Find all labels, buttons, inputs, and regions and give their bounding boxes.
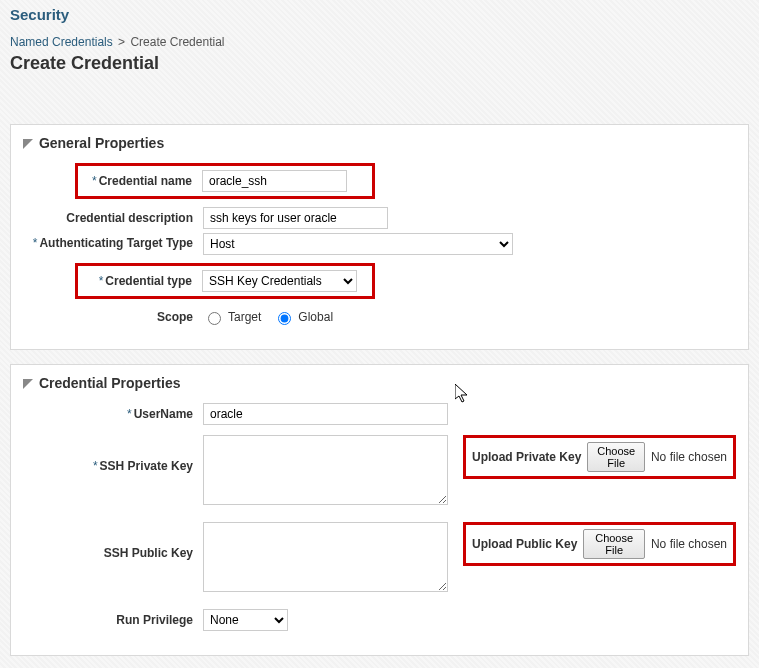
credential-type-label: *Credential type: [82, 274, 202, 288]
run-privilege-select[interactable]: None: [203, 609, 288, 631]
upload-public-key-highlight: Upload Public Key Choose File No file ch…: [463, 522, 736, 566]
username-input[interactable]: [203, 403, 448, 425]
upload-private-key-label: Upload Private Key: [472, 450, 581, 464]
credential-name-highlight: *Credential name: [75, 163, 375, 199]
credential-description-label: Credential description: [23, 211, 203, 225]
security-heading: Security: [10, 6, 749, 23]
credential-name-label: *Credential name: [82, 174, 202, 188]
svg-marker-0: [23, 139, 33, 149]
upload-private-key-highlight: Upload Private Key Choose File No file c…: [463, 435, 736, 479]
breadcrumb-separator: >: [118, 35, 125, 49]
general-properties-header[interactable]: General Properties: [23, 135, 736, 151]
ssh-private-key-textarea[interactable]: [203, 435, 448, 505]
auth-target-type-label: *Authenticating Target Type: [23, 237, 203, 250]
credential-name-input[interactable]: [202, 170, 347, 192]
choose-file-private-button[interactable]: Choose File: [587, 442, 645, 472]
private-key-file-status: No file chosen: [651, 450, 727, 464]
credential-description-input[interactable]: [203, 207, 388, 229]
credential-type-highlight: *Credential type SSH Key Credentials: [75, 263, 375, 299]
username-label: *UserName: [23, 407, 203, 421]
general-properties-panel: General Properties *Credential name Cred…: [10, 124, 749, 350]
auth-target-type-select[interactable]: Host: [203, 233, 513, 255]
credential-properties-panel: Credential Properties *UserName *SSH Pri…: [10, 364, 749, 656]
breadcrumb-current: Create Credential: [130, 35, 224, 49]
run-privilege-label: Run Privilege: [23, 613, 203, 627]
page-title: Create Credential: [10, 53, 749, 74]
ssh-private-key-label: *SSH Private Key: [23, 435, 203, 473]
breadcrumb-named-credentials[interactable]: Named Credentials: [10, 35, 113, 49]
svg-marker-1: [23, 379, 33, 389]
public-key-file-status: No file chosen: [651, 537, 727, 551]
general-properties-title: General Properties: [39, 135, 164, 151]
scope-target-radio[interactable]: Target: [203, 309, 261, 325]
credential-type-select[interactable]: SSH Key Credentials: [202, 270, 357, 292]
breadcrumb: Named Credentials > Create Credential: [10, 35, 749, 49]
disclosure-triangle-icon: [23, 379, 33, 389]
disclosure-triangle-icon: [23, 139, 33, 149]
choose-file-public-button[interactable]: Choose File: [583, 529, 645, 559]
credential-properties-title: Credential Properties: [39, 375, 181, 391]
ssh-public-key-label: SSH Public Key: [23, 522, 203, 560]
upload-public-key-label: Upload Public Key: [472, 537, 577, 551]
credential-properties-header[interactable]: Credential Properties: [23, 375, 736, 391]
ssh-public-key-textarea[interactable]: [203, 522, 448, 592]
scope-label: Scope: [23, 310, 203, 324]
scope-global-radio[interactable]: Global: [273, 309, 333, 325]
